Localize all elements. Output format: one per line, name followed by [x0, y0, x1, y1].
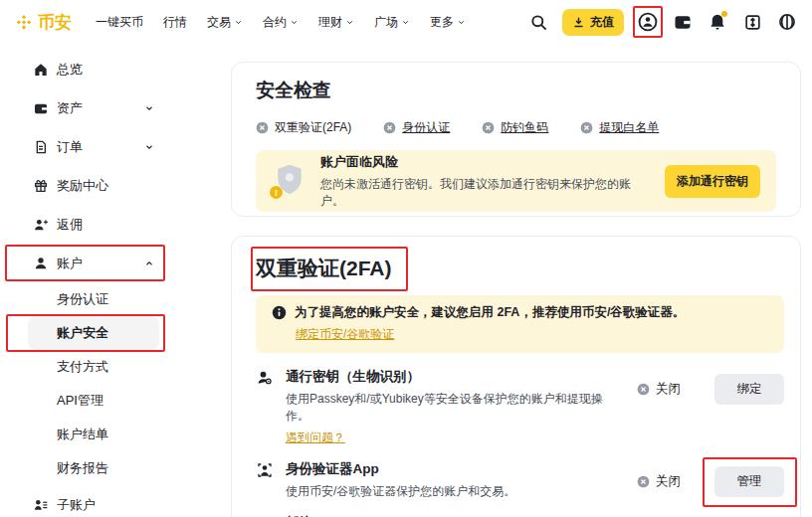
nav-earn[interactable]: 理财 — [318, 14, 354, 31]
checkup-item-identity[interactable]: 身份认证 — [383, 119, 450, 136]
circle-x-icon — [637, 383, 650, 396]
bell-icon[interactable] — [707, 11, 728, 33]
risk-title: 账户面临风险 — [320, 153, 652, 171]
method-description: 使用Passkey和/或Yubikey等安全设备保护您的账户和提现操作。 — [286, 391, 625, 425]
chevron-down-icon — [144, 142, 154, 152]
circle-x-icon — [256, 121, 269, 134]
nav-futures[interactable]: 合约 — [263, 14, 299, 31]
chevron-down-icon — [290, 18, 299, 27]
circle-x-icon — [637, 475, 650, 488]
security-checkup-list: 双重验证(2FA) 身份认证 防钓鱼码 提现白名单 — [256, 119, 776, 136]
wallet-icon[interactable] — [672, 11, 694, 33]
sidebar-item-account[interactable]: 账户 — [0, 244, 229, 282]
add-passkey-button[interactable]: 添加通行密钥 — [665, 165, 760, 198]
nav-buy-crypto[interactable]: 一键买币 — [96, 14, 143, 31]
nav-markets[interactable]: 行情 — [163, 14, 187, 31]
manage-authenticator-button[interactable]: 管理 — [714, 466, 784, 497]
sidebar-item-account-security[interactable]: 账户安全 — [28, 316, 159, 350]
home-icon — [33, 62, 49, 78]
account-icon — [33, 256, 49, 271]
deposit-button[interactable]: 充值 — [562, 9, 624, 36]
chevron-down-icon — [401, 18, 410, 27]
search-icon[interactable] — [527, 11, 549, 33]
two-factor-methods: 通行密钥（生物识别） 使用Passkey和/或Yubikey等安全设备保护您的账… — [256, 368, 784, 517]
sidebar-item-account-statement[interactable]: 账户结单 — [28, 418, 159, 451]
nav-trade[interactable]: 交易 — [207, 14, 243, 31]
circle-x-icon — [580, 121, 593, 134]
risk-description: 您尚未激活通行密钥。我们建议添加通行密钥来保护您的账户。 — [320, 176, 652, 210]
circle-x-icon — [482, 121, 495, 134]
nav-square[interactable]: 广场 — [374, 14, 410, 31]
method-row-passkey: 通行密钥（生物识别） 使用Passkey和/或Yubikey等安全设备保护您的账… — [256, 368, 784, 446]
nav-more[interactable]: 更多 — [430, 14, 466, 31]
logo-text: 币安 — [38, 11, 72, 34]
method-title: 身份验证器App — [286, 460, 515, 478]
sidebar-item-api-management[interactable]: API管理 — [28, 384, 159, 418]
chevron-down-icon — [345, 18, 354, 27]
bind-authenticator-link[interactable]: 绑定币安/谷歌验证 — [296, 326, 394, 343]
two-factor-card: 双重验证(2FA) 为了提高您的账户安全，建议您启用 2FA，推荐使用币安/谷歌… — [231, 236, 801, 517]
method-status: 关闭 — [637, 473, 701, 490]
method-title: 通行密钥（生物识别） — [286, 368, 625, 386]
notice-text: 为了提高您的账户安全，建议您启用 2FA，推荐使用币安/谷歌验证器。 — [295, 304, 685, 321]
chevron-down-icon — [457, 18, 466, 27]
chevron-down-icon — [234, 18, 243, 27]
notification-dot — [721, 11, 727, 17]
passkey-icon — [256, 369, 274, 387]
main-nav: 一键买币 行情 交易 合约 理财 广场 更多 — [96, 14, 466, 31]
method-description: 使用币安/谷歌验证器保护您的账户和交易。 — [286, 483, 515, 500]
header-actions: 充值 — [527, 9, 798, 36]
globe-icon[interactable] — [776, 11, 798, 33]
method-status: 关闭 — [637, 381, 701, 398]
binance-logo-icon — [14, 12, 34, 32]
sidebar-item-assets[interactable]: 资产 — [0, 88, 229, 127]
chevron-down-icon — [144, 103, 154, 113]
sidebar-item-financial-reports[interactable]: 财务报告 — [28, 451, 159, 485]
subaccount-icon — [33, 497, 49, 513]
checkup-item-2fa[interactable]: 双重验证(2FA) — [256, 119, 351, 136]
binance-logo[interactable]: 币安 — [14, 11, 72, 34]
info-icon — [272, 305, 287, 320]
app-download-icon[interactable] — [741, 11, 763, 33]
security-checkup-title: 安全检查 — [256, 78, 776, 103]
sidebar-item-payment-methods[interactable]: 支付方式 — [28, 350, 159, 384]
referral-icon — [33, 217, 49, 233]
authenticator-icon — [256, 461, 274, 479]
circle-x-icon — [383, 121, 396, 134]
sidebar-item-orders[interactable]: 订单 — [0, 127, 229, 166]
having-trouble-link[interactable]: 遇到问题？ — [286, 430, 345, 446]
two-factor-title: 双重验证(2FA) — [256, 257, 392, 279]
security-checkup-card: 安全检查 双重验证(2FA) 身份认证 防钓鱼码 提现白名单 ! 账户面临风险 … — [231, 62, 801, 217]
annotation-box-account — [5, 245, 165, 281]
profile-icon[interactable] — [637, 11, 659, 33]
sidebar: 总览 资产 订单 奖励中心 返佣 账户 身份认证 账户安全 支付方式 API管理… — [0, 50, 229, 517]
method-row-authenticator: 身份验证器App 使用币安/谷歌验证器保护您的账户和交易。 关闭 管理 — [256, 460, 784, 500]
checkup-item-withdrawal-whitelist[interactable]: 提现白名单 — [580, 119, 659, 136]
alert-badge: ! — [270, 186, 283, 199]
deposit-icon — [572, 16, 585, 29]
top-navbar: 币安 一键买币 行情 交易 合约 理财 广场 更多 充值 — [0, 0, 812, 44]
bind-passkey-button[interactable]: 绑定 — [714, 374, 784, 405]
sidebar-item-referral[interactable]: 返佣 — [0, 205, 229, 244]
rewards-icon — [33, 178, 49, 194]
two-factor-notice: 为了提高您的账户安全，建议您启用 2FA，推荐使用币安/谷歌验证器。 绑定币安/… — [256, 295, 784, 353]
shield-warning-icon: ! — [272, 162, 307, 200]
assets-icon — [33, 100, 49, 116]
chevron-up-icon — [144, 258, 154, 268]
sidebar-item-overview[interactable]: 总览 — [0, 50, 229, 88]
sidebar-item-rewards-hub[interactable]: 奖励中心 — [0, 166, 229, 205]
orders-icon — [33, 139, 49, 155]
checkup-item-anti-phishing[interactable]: 防钓鱼码 — [482, 119, 548, 136]
sidebar-item-sub-accounts[interactable]: 子账户 — [0, 485, 229, 517]
risk-warning-banner: ! 账户面临风险 您尚未激活通行密钥。我们建议添加通行密钥来保护您的账户。 添加… — [256, 150, 776, 212]
sidebar-item-identity-verification[interactable]: 身份认证 — [28, 282, 159, 316]
